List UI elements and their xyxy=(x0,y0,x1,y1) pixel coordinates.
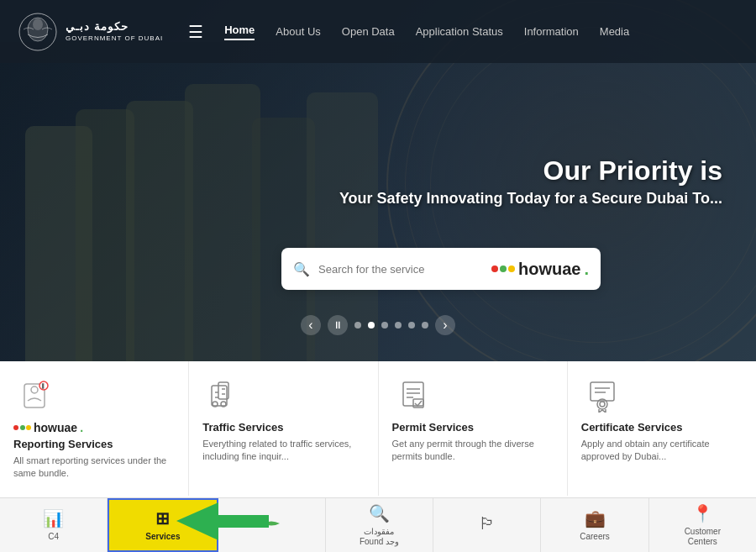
card-certificate[interactable]: Certificate Services Apply and obtain an… xyxy=(568,361,756,496)
card-certificate-desc: Apply and obtain any certificate approve… xyxy=(581,438,743,464)
slider-dot-1[interactable] xyxy=(354,322,361,329)
search-icon: 🔍 xyxy=(293,261,310,277)
card-traffic-title: Traffic Services xyxy=(202,421,283,434)
main-nav: ☰ Home About Us Open Data Application St… xyxy=(188,22,629,42)
logo-arabic: حكومة دبـي xyxy=(66,20,163,34)
card-howuae-text: howuae xyxy=(34,421,77,434)
logo-english: GOVERNMENT OF DUBAI xyxy=(66,34,163,43)
slider-dot-2[interactable] xyxy=(368,322,375,329)
bottom-nav: 📊 C4 ⊞ Services 🔍 مفقوداتFound وجد 🏳 💼 C… xyxy=(0,497,756,552)
bottom-nav-careers-label: Careers xyxy=(580,532,610,542)
search-bar: 🔍 howuae. xyxy=(281,248,601,290)
bottom-nav-chart-label: C4 xyxy=(48,532,59,542)
card-reporting-desc: All smart reporting services under the s… xyxy=(13,455,175,481)
green-arrow-indicator xyxy=(176,498,277,548)
card-certificate-title: Certificate Services xyxy=(581,421,683,434)
traffic-icon xyxy=(207,379,240,413)
hero-subtitle: Your Safety Innovating Today for a Secur… xyxy=(339,190,722,208)
nav-information[interactable]: Information xyxy=(524,25,579,38)
chart-icon: 📊 xyxy=(43,508,64,528)
card-dot-green xyxy=(20,425,25,430)
logo-text: حكومة دبـي GOVERNMENT OF DUBAI xyxy=(66,20,163,43)
slider-prev[interactable]: ‹ xyxy=(301,315,321,335)
dot-yellow xyxy=(508,265,515,272)
slider-dot-5[interactable] xyxy=(408,322,415,329)
card-permit-desc: Get any permit through the diverse permi… xyxy=(392,438,554,464)
logo-emblem xyxy=(17,11,59,53)
bottom-nav-customer-label: CustomerCenters xyxy=(685,527,721,547)
svg-point-24 xyxy=(600,402,605,407)
howuae-logo: howuae. xyxy=(491,260,589,279)
card-reporting-title: Reporting Services xyxy=(13,438,113,450)
card-dot-yellow xyxy=(26,425,31,430)
reporting-icon: ! xyxy=(18,379,51,413)
reporting-icon-wrap: ! xyxy=(13,376,55,414)
nav-home[interactable]: Home xyxy=(224,24,255,40)
bottom-nav-customer[interactable]: 📍 CustomerCenters xyxy=(649,498,756,552)
dot-green xyxy=(500,265,507,272)
card-traffic[interactable]: Traffic Services Everything related to t… xyxy=(189,361,378,496)
card-permit-title: Permit Services xyxy=(392,421,475,434)
slider-dot-3[interactable] xyxy=(381,322,388,329)
slider-next[interactable]: › xyxy=(435,315,455,335)
certificate-icon xyxy=(585,379,619,413)
traffic-icon-wrap xyxy=(202,376,244,414)
nav-media[interactable]: Media xyxy=(600,25,629,38)
card-permit[interactable]: Permit Services Get any permit through t… xyxy=(379,361,568,496)
card-traffic-desc: Everything related to traffic services, … xyxy=(202,438,364,464)
pin-icon: 📍 xyxy=(692,503,713,523)
bottom-nav-careers[interactable]: 💼 Careers xyxy=(541,498,648,552)
bottom-nav-services-label: Services xyxy=(145,532,180,542)
bottom-nav-lost[interactable]: 🔍 مفقوداتFound وجد xyxy=(326,498,433,552)
permit-icon-wrap xyxy=(392,376,434,414)
svg-point-4 xyxy=(31,386,38,393)
svg-marker-25 xyxy=(176,502,269,540)
howuae-dots-card xyxy=(13,425,31,430)
hero-text: Our Priority is Your Safety Innovating T… xyxy=(339,155,722,208)
header: حكومة دبـي GOVERNMENT OF DUBAI ☰ Home Ab… xyxy=(0,0,756,63)
svg-text:!: ! xyxy=(42,383,44,389)
briefcase-icon: 💼 xyxy=(585,508,606,528)
hero-title: Our Priority is xyxy=(339,155,722,187)
certificate-icon-wrap xyxy=(581,376,623,414)
slider-pause[interactable]: ⏸ xyxy=(328,315,348,335)
card-reporting[interactable]: ! howuae. Reporting Services All smart r… xyxy=(0,361,189,496)
bottom-nav-flag[interactable]: 🏳 xyxy=(433,498,541,552)
permit-icon xyxy=(396,379,430,413)
bottom-nav-chart[interactable]: 📊 C4 xyxy=(0,498,108,552)
slider-dot-6[interactable] xyxy=(422,322,428,329)
nav-opendata[interactable]: Open Data xyxy=(342,25,395,38)
howuae-dots xyxy=(491,265,515,272)
bottom-nav-lost-label: مفقوداتFound وجد xyxy=(360,527,399,547)
slider-controls: ‹ ⏸ › xyxy=(0,315,756,335)
logo-area: حكومة دبـي GOVERNMENT OF DUBAI xyxy=(17,11,163,53)
hamburger-menu[interactable]: ☰ xyxy=(188,22,203,42)
howuae-text: howuae xyxy=(518,260,580,279)
slider-dot-4[interactable] xyxy=(395,322,402,329)
svg-point-2 xyxy=(33,18,43,30)
howuae-dot: . xyxy=(584,260,589,279)
green-arrow-svg xyxy=(176,498,277,544)
nav-about[interactable]: About Us xyxy=(276,25,320,38)
nav-appstatus[interactable]: Application Status xyxy=(416,25,503,38)
dot-red xyxy=(491,265,498,272)
search-input[interactable] xyxy=(318,263,485,276)
card-howuae-dot: . xyxy=(80,421,83,434)
grid-icon: ⊞ xyxy=(155,508,170,528)
howuae-logo-card: howuae. xyxy=(13,421,83,434)
lost-icon: 🔍 xyxy=(369,503,390,523)
svg-rect-20 xyxy=(591,382,614,401)
flag-icon: 🏳 xyxy=(479,514,496,534)
service-cards: ! howuae. Reporting Services All smart r… xyxy=(0,361,756,496)
card-dot-red xyxy=(13,425,18,430)
